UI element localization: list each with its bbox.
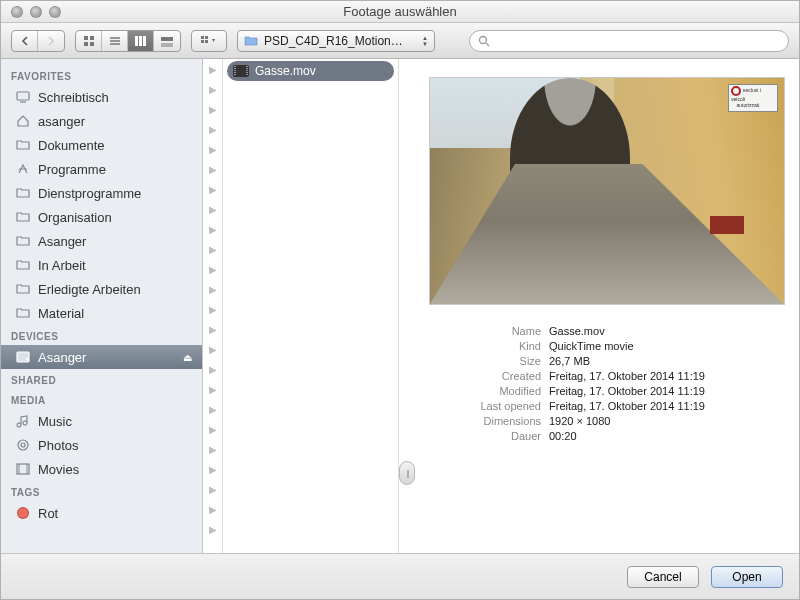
dialog-body: FAVORITESSchreibtischasangerDokumentePro… bbox=[1, 59, 799, 553]
svg-rect-8 bbox=[139, 36, 142, 46]
meta-value: Freitag, 17. Oktober 2014 11:19 bbox=[549, 385, 785, 397]
open-dialog: Footage auswählen PSD_C4D_R16_Motion… ▲▼ bbox=[0, 0, 800, 600]
file-name: Gasse.mov bbox=[255, 64, 316, 78]
toolbar: PSD_C4D_R16_Motion… ▲▼ bbox=[1, 23, 799, 59]
sidebar-item[interactable]: Material bbox=[1, 301, 202, 325]
view-mode-selector bbox=[75, 30, 181, 52]
column-row-chevron-icon: ▶ bbox=[203, 339, 222, 359]
sidebar-header: SHARED bbox=[1, 369, 202, 389]
sidebar-item[interactable]: Dokumente bbox=[1, 133, 202, 157]
sidebar-item[interactable]: Photos bbox=[1, 433, 202, 457]
meta-value: Gasse.mov bbox=[549, 325, 785, 337]
preview-metadata: NameGasse.movKindQuickTime movieSize26,7… bbox=[429, 325, 785, 442]
dialog-footer: Cancel Open bbox=[1, 553, 799, 599]
movie-file-icon bbox=[233, 65, 249, 77]
column-row-chevron-icon: ▶ bbox=[203, 359, 222, 379]
preview-pane: esclusi i veicoli autorizzati NameGasse.… bbox=[415, 59, 799, 553]
svg-point-23 bbox=[18, 440, 28, 450]
meta-key: Created bbox=[429, 370, 541, 382]
sidebar-item[interactable]: Schreibtisch bbox=[1, 85, 202, 109]
column-view-button[interactable] bbox=[128, 31, 154, 51]
column-files[interactable]: Gasse.mov bbox=[223, 59, 399, 553]
sidebar-item-label: Erledigte Arbeiten bbox=[38, 282, 141, 297]
column-row-chevron-icon: ▶ bbox=[203, 419, 222, 439]
photos-icon bbox=[15, 437, 31, 453]
cancel-button[interactable]: Cancel bbox=[627, 566, 699, 588]
column-row-chevron-icon: ▶ bbox=[203, 219, 222, 239]
sidebar-item[interactable]: Movies bbox=[1, 457, 202, 481]
column-row-chevron-icon: ▶ bbox=[203, 179, 222, 199]
folder-icon bbox=[15, 257, 31, 273]
sidebar-item-label: Movies bbox=[38, 462, 79, 477]
sidebar-item-label: Programme bbox=[38, 162, 106, 177]
column-browser: ▶▶▶▶▶▶▶▶▶▶▶▶▶▶▶▶▶▶▶▶▶▶▶▶ Gasse.mov ‖ esc… bbox=[203, 59, 799, 553]
column-resize-handle[interactable]: ‖ bbox=[399, 461, 415, 485]
coverflow-view-button[interactable] bbox=[154, 31, 180, 51]
column-row-chevron-icon: ▶ bbox=[203, 379, 222, 399]
sidebar-item-label: Organisation bbox=[38, 210, 112, 225]
folder-icon bbox=[15, 281, 31, 297]
search-icon bbox=[478, 35, 490, 47]
forward-button[interactable] bbox=[38, 31, 64, 51]
sidebar-header: TAGS bbox=[1, 481, 202, 501]
sidebar-item[interactable]: Asanger⏏ bbox=[1, 345, 202, 369]
folder-icon bbox=[244, 35, 258, 46]
column-row-chevron-icon: ▶ bbox=[203, 99, 222, 119]
list-view-button[interactable] bbox=[102, 31, 128, 51]
meta-key: Last opened bbox=[429, 400, 541, 412]
column-row-chevron-icon: ▶ bbox=[203, 299, 222, 319]
sidebar-item[interactable]: Organisation bbox=[1, 205, 202, 229]
column-row-chevron-icon: ▶ bbox=[203, 319, 222, 339]
sidebar-header: DEVICES bbox=[1, 325, 202, 345]
svg-rect-14 bbox=[205, 36, 208, 39]
home-icon bbox=[15, 113, 31, 129]
column-resize-area: ‖ bbox=[399, 59, 415, 553]
search-input[interactable] bbox=[495, 34, 780, 48]
sidebar-item[interactable]: Asanger bbox=[1, 229, 202, 253]
preview-thumbnail: esclusi i veicoli autorizzati bbox=[429, 77, 785, 305]
sidebar-item-label: Material bbox=[38, 306, 84, 321]
svg-rect-1 bbox=[90, 36, 94, 40]
titlebar: Footage auswählen bbox=[1, 1, 799, 23]
sidebar-item[interactable]: Music bbox=[1, 409, 202, 433]
sidebar-item-label: Asanger bbox=[38, 350, 86, 365]
sidebar-item-label: Dienstprogramme bbox=[38, 186, 141, 201]
sidebar-item[interactable]: Dienstprogramme bbox=[1, 181, 202, 205]
svg-rect-3 bbox=[90, 42, 94, 46]
sidebar-item[interactable]: asanger bbox=[1, 109, 202, 133]
meta-value: 26,7 MB bbox=[549, 355, 785, 367]
sidebar-header: FAVORITES bbox=[1, 65, 202, 85]
column-row-chevron-icon: ▶ bbox=[203, 459, 222, 479]
window-title: Footage auswählen bbox=[1, 4, 799, 19]
sidebar-header: MEDIA bbox=[1, 389, 202, 409]
sidebar-item[interactable]: Programme bbox=[1, 157, 202, 181]
column-row-chevron-icon: ▶ bbox=[203, 199, 222, 219]
path-dropdown[interactable]: PSD_C4D_R16_Motion… ▲▼ bbox=[237, 30, 435, 52]
sidebar-item-label: Music bbox=[38, 414, 72, 429]
sidebar-item[interactable]: Erledigte Arbeiten bbox=[1, 277, 202, 301]
sidebar-item[interactable]: In Arbeit bbox=[1, 253, 202, 277]
folder-icon bbox=[15, 305, 31, 321]
icon-view-button[interactable] bbox=[76, 31, 102, 51]
eject-icon[interactable]: ⏏ bbox=[183, 352, 192, 363]
apps-icon bbox=[15, 161, 31, 177]
column-row-chevron-icon: ▶ bbox=[203, 479, 222, 499]
meta-value: 00:20 bbox=[549, 430, 785, 442]
movies-icon bbox=[15, 461, 31, 477]
meta-value: Freitag, 17. Oktober 2014 11:19 bbox=[549, 370, 785, 382]
back-button[interactable] bbox=[12, 31, 38, 51]
file-row[interactable]: Gasse.mov bbox=[227, 61, 394, 81]
arrange-button[interactable] bbox=[192, 31, 226, 51]
sidebar-item-label: Schreibtisch bbox=[38, 90, 109, 105]
desktop-icon bbox=[15, 89, 31, 105]
search-field[interactable] bbox=[469, 30, 789, 52]
svg-rect-16 bbox=[205, 40, 208, 43]
meta-value: 1920 × 1080 bbox=[549, 415, 785, 427]
sidebar-item[interactable]: Rot bbox=[1, 501, 202, 525]
open-button[interactable]: Open bbox=[711, 566, 783, 588]
meta-key: Size bbox=[429, 355, 541, 367]
column-parent[interactable]: ▶▶▶▶▶▶▶▶▶▶▶▶▶▶▶▶▶▶▶▶▶▶▶▶ bbox=[203, 59, 223, 553]
column-row-chevron-icon: ▶ bbox=[203, 139, 222, 159]
drive-icon bbox=[15, 349, 31, 365]
meta-key: Modified bbox=[429, 385, 541, 397]
